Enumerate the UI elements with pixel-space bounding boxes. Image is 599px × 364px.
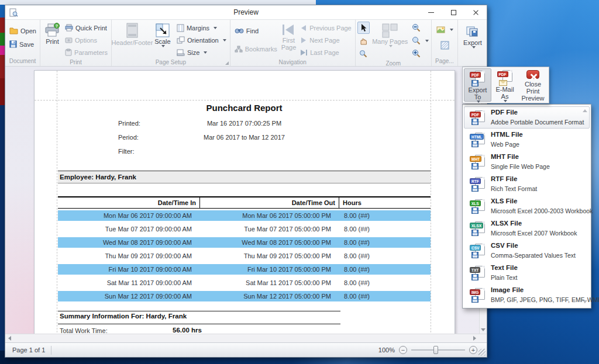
horizontal-scrollbar[interactable] bbox=[5, 334, 487, 342]
menu-item-xls[interactable]: XLS XLS FileMicrosoft Excel 2000-2003 Wo… bbox=[464, 195, 590, 217]
print-button[interactable]: ? Print bbox=[42, 22, 63, 45]
header-footer-button[interactable]: Header/Footer bbox=[113, 22, 151, 46]
meta-value-period: Mar 06 2017 to Mar 12 2017 bbox=[58, 134, 431, 141]
menu-item-mht[interactable]: MHT MHT FileSingle File Web Page bbox=[464, 151, 590, 173]
zoom-out-button[interactable] bbox=[411, 22, 430, 34]
email-as-icon: PDF bbox=[497, 70, 513, 86]
titlebar[interactable]: Preview bbox=[5, 5, 487, 19]
cell-hours: 8.00 (##) bbox=[339, 251, 431, 261]
xls-file-icon: XLS bbox=[470, 199, 486, 214]
orientation-button[interactable]: Orientation bbox=[174, 34, 229, 46]
scale-icon bbox=[155, 23, 170, 38]
previous-page-button[interactable]: Previous Page bbox=[298, 22, 354, 34]
summary-header: Summary Information For: Hardy, Frank bbox=[60, 313, 187, 320]
close-print-preview-button[interactable]: Close Print Preview bbox=[518, 68, 548, 102]
report-title: Punchcard Report bbox=[58, 103, 431, 113]
chevron-down-icon bbox=[389, 45, 393, 47]
find-button[interactable]: Find bbox=[232, 25, 280, 37]
pointer-tool-button[interactable] bbox=[357, 22, 370, 34]
export-button[interactable]: Export bbox=[460, 22, 486, 48]
cell-datetime-out: Fri Mar 10 2017 05:00:00 PM bbox=[200, 264, 339, 275]
menu-item-xlsx[interactable]: XLSX XLSX FileMicrosoft Excel 2007 Workb… bbox=[464, 217, 590, 240]
size-button[interactable]: Size bbox=[174, 46, 229, 58]
page-color-button[interactable] bbox=[435, 23, 455, 36]
cell-hours: 8.00 (##) bbox=[339, 278, 431, 288]
zoom-out-button-status[interactable]: − bbox=[399, 346, 407, 354]
orientation-icon bbox=[177, 36, 185, 44]
export-to-button[interactable]: PDF Export To bbox=[464, 68, 491, 102]
scroll-right-icon[interactable] bbox=[473, 336, 476, 341]
zoom-in-button-status[interactable]: + bbox=[469, 346, 477, 354]
cell-datetime-in: Mon Mar 06 2017 09:00:00 AM bbox=[58, 210, 200, 221]
zoom-in-button[interactable] bbox=[411, 47, 430, 60]
chevron-down-icon bbox=[425, 40, 429, 42]
mht-file-icon: MHT bbox=[470, 155, 486, 169]
zoom-slider[interactable] bbox=[411, 346, 465, 354]
zoom-slider-thumb[interactable] bbox=[433, 346, 438, 354]
cell-datetime-out: Wed Mar 08 2017 05:00:00 PM bbox=[200, 237, 339, 248]
pdf-file-icon: PDF bbox=[470, 110, 486, 125]
cell-hours: 8.00 (##) bbox=[339, 237, 431, 248]
svg-text:?: ? bbox=[56, 24, 58, 28]
report-page: Punchcard Report Printed: Mar 16 2017 07… bbox=[34, 70, 455, 334]
hand-tool-button[interactable] bbox=[357, 34, 370, 47]
group-label-document: Document bbox=[5, 57, 40, 66]
image-file-icon: IMG bbox=[470, 288, 486, 303]
chevron-down-icon bbox=[161, 45, 165, 47]
zoom-tool-button[interactable] bbox=[357, 47, 370, 60]
minimize-button[interactable] bbox=[420, 5, 442, 19]
margins-button[interactable]: Margins bbox=[174, 22, 229, 34]
menu-item-csv[interactable]: CSV CSV FileComma-Separated Values Text bbox=[464, 240, 590, 262]
meta-label-filter: Filter: bbox=[118, 148, 135, 155]
last-page-button[interactable]: Last Page bbox=[298, 46, 354, 58]
ribbon-group-page-background: Page... bbox=[432, 20, 458, 66]
close-button[interactable] bbox=[464, 5, 487, 19]
email-as-button[interactable]: PDF E-Mail As bbox=[492, 68, 518, 102]
cell-datetime-out: Tue Mar 07 2017 05:00:00 PM bbox=[200, 224, 339, 234]
table-row: Fri Mar 10 2017 09:00:00 AMFri Mar 10 20… bbox=[58, 264, 431, 275]
ribbon-group-page-setup: Header/Footer Scale Margins bbox=[112, 20, 230, 66]
document-preview-area[interactable]: Punchcard Report Printed: Mar 16 2017 07… bbox=[5, 67, 487, 334]
dialog-launcher-icon[interactable] bbox=[225, 61, 229, 65]
bookmarks-button[interactable]: Bookmarks bbox=[232, 43, 280, 55]
next-page-button[interactable]: Next Page bbox=[298, 34, 354, 46]
save-button[interactable]: Save bbox=[7, 38, 36, 50]
ribbon-toolbar: Open Save Document ? Print bbox=[5, 19, 487, 67]
last-page-icon bbox=[300, 49, 308, 56]
resize-grip[interactable] bbox=[478, 349, 486, 356]
zoom-level-button[interactable] bbox=[411, 34, 430, 47]
quick-print-button[interactable]: Quick Print bbox=[63, 22, 110, 34]
window-title: Preview bbox=[5, 8, 487, 16]
first-page-button[interactable]: First Page bbox=[280, 22, 298, 51]
cell-hours: 8.00 (##) bbox=[339, 210, 431, 221]
export-to-icon: PDF bbox=[470, 71, 486, 86]
zoom-level-value: 100% bbox=[378, 346, 395, 353]
menu-item-image[interactable]: IMG Image FileBMP, GIF, JPEG, PNG, TIFF,… bbox=[464, 284, 590, 306]
options-button[interactable]: Options bbox=[63, 34, 110, 46]
open-button[interactable]: Open bbox=[7, 25, 39, 37]
menu-item-rtf[interactable]: RTF RTF FileRich Text Format bbox=[464, 173, 590, 195]
parameters-icon bbox=[65, 48, 72, 56]
menu-item-text[interactable]: TXT Text FilePlain Text bbox=[464, 262, 590, 284]
app-icon bbox=[9, 8, 18, 17]
scale-button[interactable]: Scale bbox=[151, 22, 174, 47]
scroll-left-icon[interactable] bbox=[8, 336, 11, 341]
close-icon bbox=[473, 9, 479, 16]
cell-hours: 8.00 (##) bbox=[339, 264, 431, 275]
table-row: Mon Mar 06 2017 09:00:00 AMMon Mar 06 20… bbox=[58, 210, 431, 221]
parameters-button[interactable]: Parameters bbox=[63, 46, 110, 58]
ribbon-group-zoom: Many Pages bbox=[356, 20, 432, 66]
floppy-icon bbox=[9, 40, 17, 48]
scroll-down-icon[interactable] bbox=[481, 328, 486, 331]
preview-window: Preview Open Save bbox=[5, 5, 487, 358]
menu-item-html[interactable]: HTML HTML FileWeb Page bbox=[464, 129, 590, 151]
summary-divider bbox=[58, 324, 340, 324]
watermark-button[interactable] bbox=[439, 39, 450, 51]
cell-hours: 8.00 (##) bbox=[339, 224, 431, 234]
cell-datetime-in: Tue Mar 07 2017 09:00:00 AM bbox=[58, 224, 200, 234]
column-header-datetime-in: Date/Time In bbox=[58, 197, 200, 208]
menu-item-pdf[interactable]: PDF PDF FileAdobe Portable Document Form… bbox=[464, 106, 590, 129]
many-pages-button[interactable]: Many Pages bbox=[372, 22, 408, 47]
maximize-button[interactable] bbox=[442, 5, 464, 19]
group-label-print: Print bbox=[40, 58, 111, 66]
